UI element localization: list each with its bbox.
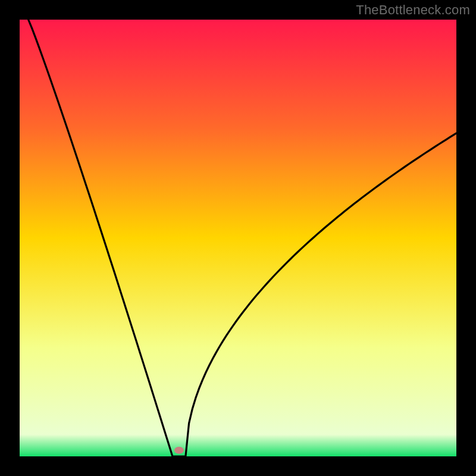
watermark-text: TheBottleneck.com <box>356 2 470 18</box>
minimum-marker <box>174 447 184 454</box>
chart-svg <box>20 20 456 456</box>
chart-container: TheBottleneck.com <box>0 0 476 476</box>
gradient-background <box>20 20 456 456</box>
plot-area <box>20 20 456 456</box>
